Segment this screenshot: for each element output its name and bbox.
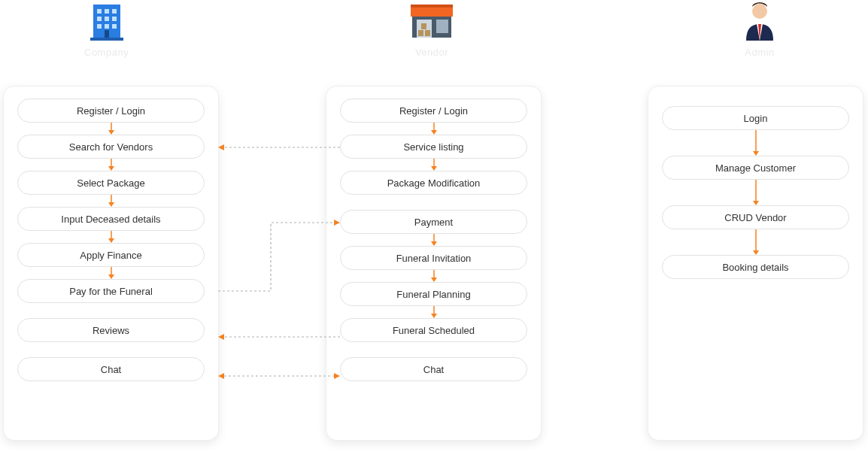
svg-marker-28: [108, 238, 114, 243]
svg-marker-26: [108, 202, 114, 207]
admin-entity-label: Admin: [745, 47, 774, 58]
svg-rect-17: [425, 30, 430, 36]
svg-rect-19: [436, 20, 448, 33]
admin-step-vendor: CRUD Vendor: [662, 205, 849, 229]
svg-marker-22: [108, 130, 114, 135]
admin-step-login: Login: [662, 106, 849, 130]
company-step-register: Register / Login: [17, 99, 205, 123]
vendor-step-chat: Chat: [340, 357, 527, 381]
svg-rect-18: [421, 23, 426, 29]
svg-rect-13: [411, 8, 453, 17]
svg-rect-7: [112, 17, 117, 21]
down-arrow-icon: [430, 234, 438, 246]
store-icon: [408, 0, 456, 42]
svg-marker-36: [431, 241, 437, 246]
svg-rect-4: [112, 9, 117, 14]
diagram-stage: Company Vendor Admin Register / Login: [0, 0, 868, 467]
vendor-entity-icon: Vendor: [408, 0, 456, 58]
company-step-reviews: Reviews: [17, 318, 205, 342]
vendor-flow-column: Register / Login Service listing Package…: [326, 86, 541, 440]
down-arrow-icon: [108, 267, 115, 279]
down-arrow-icon: [108, 123, 115, 135]
down-arrow-icon: [108, 159, 115, 171]
vendor-step-scheduled: Funeral Scheduled: [340, 318, 527, 342]
connector-pay-to-payment: [218, 218, 340, 301]
svg-marker-51: [218, 334, 224, 340]
company-step-pay: Pay for the Funeral: [17, 279, 205, 303]
svg-marker-30: [108, 274, 114, 279]
down-arrow-icon: [430, 159, 438, 171]
svg-rect-1: [90, 38, 123, 41]
svg-rect-16: [418, 30, 423, 36]
admin-step-customer: Manage Customer: [662, 156, 849, 180]
svg-marker-32: [431, 130, 437, 135]
down-arrow-icon: [752, 180, 760, 205]
down-arrow-icon: [108, 195, 115, 207]
building-icon: [86, 0, 128, 42]
company-step-search: Search for Vendors: [17, 135, 205, 159]
vendor-step-package: Package Modification: [340, 171, 527, 195]
admin-entity-icon: Admin: [739, 0, 781, 58]
connector-listing-to-search: [218, 143, 340, 152]
svg-marker-46: [753, 250, 759, 255]
vendor-step-payment: Payment: [340, 210, 527, 234]
svg-marker-40: [431, 314, 437, 318]
company-step-chat: Chat: [17, 357, 205, 381]
connector-scheduled-to-reviews: [218, 332, 340, 341]
svg-rect-14: [411, 5, 453, 8]
down-arrow-icon: [108, 231, 115, 243]
svg-marker-48: [218, 144, 224, 150]
svg-marker-24: [108, 166, 114, 171]
svg-marker-34: [431, 166, 437, 171]
down-arrow-icon: [752, 229, 760, 255]
down-arrow-icon: [430, 123, 438, 135]
vendor-step-listing: Service listing: [340, 135, 527, 159]
connector-chat-bidirectional: [218, 371, 340, 381]
company-entity-label: Company: [84, 47, 129, 58]
down-arrow-icon: [430, 270, 438, 282]
svg-rect-5: [97, 17, 102, 21]
svg-marker-38: [431, 277, 437, 282]
company-step-finance: Apply Finance: [17, 243, 205, 267]
company-step-select: Select Package: [17, 171, 205, 195]
svg-marker-44: [753, 201, 759, 205]
vendor-step-planning: Funeral Planning: [340, 282, 527, 306]
company-entity-icon: Company: [84, 0, 129, 58]
svg-marker-53: [218, 373, 224, 379]
admin-person-icon: [739, 0, 781, 42]
svg-marker-42: [753, 151, 759, 156]
svg-rect-2: [97, 9, 102, 14]
svg-rect-9: [105, 24, 109, 29]
svg-rect-3: [105, 9, 109, 14]
down-arrow-icon: [752, 130, 760, 156]
svg-rect-8: [97, 24, 102, 29]
svg-rect-10: [112, 24, 117, 29]
admin-flow-column: Login Manage Customer CRUD Vendor Bookin…: [648, 86, 863, 440]
admin-step-booking: Booking details: [662, 255, 849, 279]
vendor-entity-label: Vendor: [415, 47, 448, 58]
vendor-step-register: Register / Login: [340, 99, 527, 123]
svg-point-20: [752, 4, 767, 19]
vendor-step-invitation: Funeral Invitation: [340, 246, 527, 270]
down-arrow-icon: [430, 306, 438, 318]
company-step-deceased: Input Deceased details: [17, 207, 205, 231]
svg-rect-11: [105, 30, 109, 38]
svg-rect-6: [105, 17, 109, 21]
company-flow-column: Register / Login Search for Vendors Sele…: [4, 86, 218, 440]
